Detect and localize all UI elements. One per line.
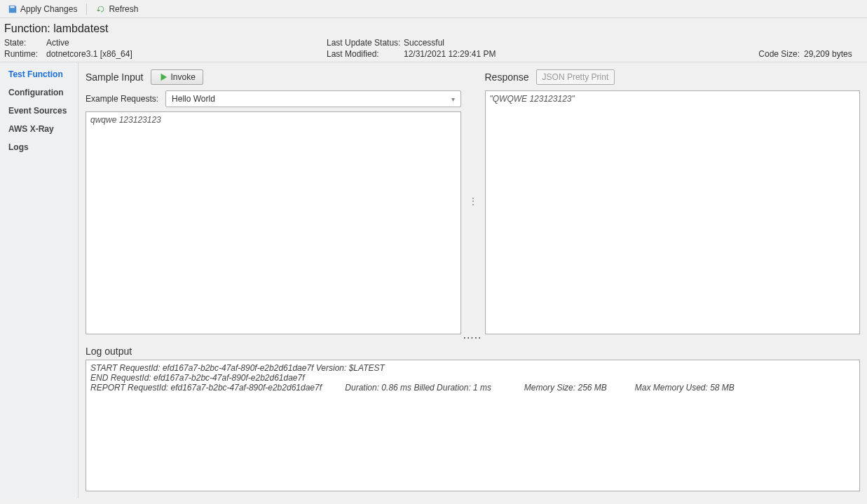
invoke-button[interactable]: Invoke bbox=[151, 69, 203, 85]
example-requests-combo[interactable]: Hello World ▾ bbox=[165, 90, 460, 107]
example-requests-label: Example Requests: bbox=[86, 94, 158, 104]
refresh-button[interactable]: Refresh bbox=[91, 2, 143, 16]
sidebar-item-configuration[interactable]: Configuration bbox=[0, 83, 78, 102]
code-size-value: 29,209 bytes bbox=[804, 49, 860, 59]
response-title: Response bbox=[485, 71, 529, 83]
log-output-title: Log output bbox=[86, 346, 860, 357]
response-textbox[interactable]: "QWQWE 123123123" bbox=[485, 90, 861, 334]
response-panel: Response JSON Pretty Print "QWQWE 123123… bbox=[485, 68, 861, 334]
sample-input-title: Sample Input bbox=[86, 71, 144, 83]
last-mod-label: Last Modified: bbox=[327, 49, 404, 59]
chevron-down-icon: ▾ bbox=[451, 95, 455, 103]
sidebar-item-event-sources[interactable]: Event Sources bbox=[0, 102, 78, 120]
last-status-value: Successful bbox=[404, 38, 614, 48]
runtime-label: Runtime: bbox=[4, 49, 46, 59]
sidebar-item-logs[interactable]: Logs bbox=[0, 138, 78, 156]
sidebar-item-label: Event Sources bbox=[8, 106, 67, 116]
function-header: Function: lambdatest State: Active Last … bbox=[0, 18, 867, 62]
json-pretty-print-button[interactable]: JSON Pretty Print bbox=[536, 69, 615, 85]
last-mod-value: 12/31/2021 12:29:41 PM bbox=[404, 49, 614, 59]
sidebar-item-label: Logs bbox=[8, 142, 29, 152]
horizontal-splitter[interactable] bbox=[86, 334, 860, 341]
sidebar-item-aws-xray[interactable]: AWS X-Ray bbox=[0, 120, 78, 138]
refresh-icon bbox=[96, 4, 106, 14]
toolbar-separator bbox=[86, 4, 87, 15]
log-output-panel: Log output START RequestId: efd167a7-b2b… bbox=[86, 343, 860, 491]
sample-input-textbox[interactable]: qwqwe 123123123 bbox=[86, 111, 461, 334]
last-status-label: Last Update Status: bbox=[327, 38, 404, 48]
sidebar-item-test-function[interactable]: Test Function bbox=[0, 65, 78, 83]
state-label: State: bbox=[4, 38, 46, 48]
refresh-label: Refresh bbox=[109, 4, 138, 14]
toolbar: Apply Changes Refresh bbox=[0, 0, 867, 18]
code-size-label: Code Size: bbox=[614, 49, 804, 59]
runtime-value: dotnetcore3.1 [x86_64] bbox=[46, 49, 327, 59]
vertical-splitter[interactable] bbox=[471, 68, 475, 334]
example-requests-value: Hello World bbox=[172, 94, 215, 104]
apply-changes-label: Apply Changes bbox=[20, 4, 77, 14]
sidebar-item-label: Test Function bbox=[8, 69, 63, 79]
play-icon bbox=[158, 72, 168, 82]
state-value: Active bbox=[46, 38, 327, 48]
function-title: Function: lambdatest bbox=[4, 22, 860, 35]
sidebar: Test Function Configuration Event Source… bbox=[0, 62, 78, 498]
sidebar-item-label: Configuration bbox=[8, 88, 64, 97]
apply-changes-button[interactable]: Apply Changes bbox=[3, 2, 82, 16]
save-icon bbox=[8, 4, 18, 14]
sidebar-item-label: AWS X-Ray bbox=[8, 124, 54, 134]
sample-input-panel: Sample Input Invoke Example Requests: He… bbox=[86, 68, 461, 334]
invoke-label: Invoke bbox=[171, 72, 196, 82]
log-output-textbox[interactable]: START RequestId: efd167a7-b2bc-47af-890f… bbox=[86, 360, 860, 491]
